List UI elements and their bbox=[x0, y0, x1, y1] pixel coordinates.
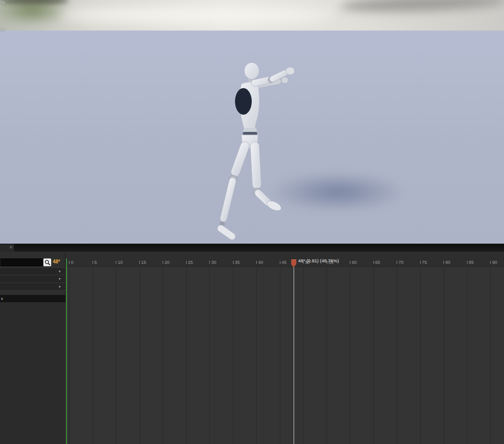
grid-line bbox=[443, 267, 444, 444]
animation-3d-viewport[interactable] bbox=[0, 31, 504, 244]
unreal-animation-editor: 09 84 bbox=[0, 0, 504, 444]
ruler-tick-label: 15 bbox=[141, 260, 146, 265]
grid-line bbox=[186, 267, 187, 444]
ruler-tick-label: 10 bbox=[118, 260, 123, 265]
grid-line bbox=[116, 267, 116, 444]
chevron-down-icon[interactable]: ▾ bbox=[59, 277, 61, 282]
ruler-tick-label: 35 bbox=[235, 260, 240, 265]
background-gray-streak bbox=[340, 0, 504, 14]
search-icon[interactable] bbox=[43, 258, 51, 266]
chevron-down-icon[interactable]: ▾ bbox=[59, 269, 61, 274]
grid-line bbox=[139, 267, 140, 444]
blurred-background-image bbox=[0, 0, 504, 31]
playhead-label: 48* (0.81) (48.76%) bbox=[298, 258, 339, 263]
timeline-track-row[interactable]: ▾ bbox=[0, 283, 66, 291]
ruler-tick-label: 45 bbox=[282, 260, 287, 265]
timeline-panel: 48* ▾ ▾ ▾ s 0510152025303540455055606570… bbox=[0, 252, 504, 444]
timeline-track-area[interactable]: 051015202530354045505560657075808590 48*… bbox=[66, 252, 504, 444]
range-start-line bbox=[66, 258, 67, 444]
playhead-line bbox=[294, 267, 294, 444]
grid-line bbox=[303, 267, 303, 444]
track-group-label: s bbox=[1, 296, 3, 301]
grid-line bbox=[327, 267, 327, 444]
ruler-tick-label: 80 bbox=[445, 260, 450, 265]
overlay-number-corner: 84 bbox=[0, 28, 5, 32]
grid-line bbox=[233, 267, 234, 444]
timeline-track-row[interactable]: ▾ bbox=[0, 275, 66, 283]
timeline-body[interactable] bbox=[66, 267, 504, 444]
chevron-down-icon[interactable]: ▾ bbox=[59, 285, 61, 289]
background-light-blur bbox=[59, 7, 335, 24]
ruler-tick-label: 40 bbox=[258, 260, 263, 265]
ruler-tick-label: 30 bbox=[211, 260, 216, 265]
ruler-tick-label: 85 bbox=[469, 260, 474, 265]
grid-line bbox=[373, 267, 374, 444]
track-group-header[interactable]: s bbox=[0, 295, 66, 302]
left-panel-empty-area bbox=[0, 302, 66, 444]
ruler-tick-label: 65 bbox=[375, 260, 380, 265]
search-input[interactable] bbox=[0, 258, 43, 266]
grid-line bbox=[397, 267, 397, 444]
ruler-tick-label: 25 bbox=[188, 260, 193, 265]
ruler-tick-label: 75 bbox=[422, 260, 427, 265]
timeline-search-row: 48* bbox=[0, 258, 66, 267]
mannequin-figure bbox=[207, 58, 305, 244]
ruler-tick-label: 0 bbox=[71, 260, 73, 265]
timeline-left-panel: 48* ▾ ▾ ▾ s bbox=[0, 252, 66, 444]
grid-line bbox=[467, 267, 468, 444]
tab-strip: × bbox=[0, 244, 504, 252]
current-frame-label[interactable]: 48* bbox=[53, 259, 60, 264]
timeline-track-row[interactable]: ▾ bbox=[0, 267, 66, 275]
ruler-tick-label: 70 bbox=[399, 260, 403, 265]
timeline-tab[interactable]: × bbox=[0, 244, 15, 252]
grid-line bbox=[69, 267, 69, 444]
grid-line bbox=[93, 267, 93, 444]
overlay-number-top: 09 bbox=[0, 0, 5, 5]
ruler-tick-label: 20 bbox=[165, 260, 169, 265]
timeline-ruler[interactable]: 051015202530354045505560657075808590 bbox=[66, 258, 504, 267]
close-icon[interactable]: × bbox=[9, 245, 12, 251]
ruler-tick-label: 60 bbox=[352, 260, 357, 265]
ruler-tick-label: 5 bbox=[95, 260, 97, 265]
grid-line bbox=[209, 267, 210, 444]
grid-line bbox=[256, 267, 257, 444]
ruler-tick-label: 90 bbox=[492, 260, 497, 265]
grid-line bbox=[420, 267, 421, 444]
grid-line bbox=[280, 267, 280, 444]
grid-line bbox=[490, 267, 491, 444]
grid-line bbox=[163, 267, 163, 444]
grid-line bbox=[350, 267, 350, 444]
